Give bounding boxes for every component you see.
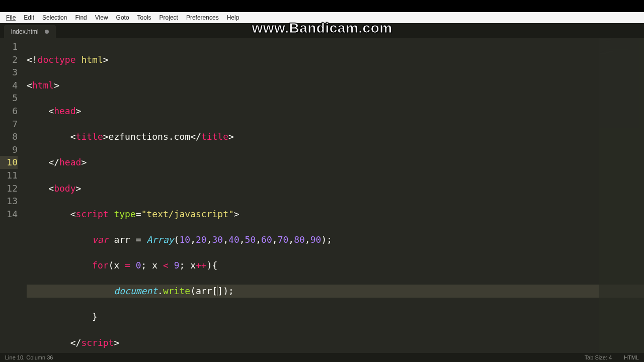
menu-goto[interactable]: Goto bbox=[112, 13, 133, 22]
line-number: 9 bbox=[0, 143, 18, 156]
tab-index-html[interactable]: index.html bbox=[4, 25, 56, 38]
menu-preferences[interactable]: Preferences bbox=[182, 13, 223, 22]
status-bar: Line 10, Column 36 Tab Size: 4 HTML bbox=[0, 353, 644, 362]
menu-tools[interactable]: Tools bbox=[133, 13, 155, 22]
line-number: 2 bbox=[0, 53, 18, 66]
tab-bar: index.html bbox=[0, 23, 644, 38]
code-area[interactable]: <!doctype html> <html> <head> <title>ezf… bbox=[23, 38, 644, 353]
menu-selection[interactable]: Selection bbox=[38, 13, 71, 22]
line-number: 14 bbox=[0, 208, 18, 221]
editor-window: File Edit Selection Find View Goto Tools… bbox=[0, 12, 644, 362]
line-gutter: 1 2 3 4 5 6 7 8 9 10 11 12 13 14 bbox=[0, 38, 23, 353]
line-number: 13 bbox=[0, 195, 18, 208]
line-number: 3 bbox=[0, 66, 18, 79]
minimap[interactable] bbox=[599, 38, 644, 353]
dirty-indicator-icon bbox=[45, 30, 49, 34]
line-number: 11 bbox=[0, 169, 18, 182]
line-number: 6 bbox=[0, 105, 18, 118]
menu-view[interactable]: View bbox=[91, 13, 112, 22]
tab-label: index.html bbox=[11, 28, 39, 35]
line-number: 4 bbox=[0, 79, 18, 92]
status-language[interactable]: HTML bbox=[624, 354, 639, 360]
line-number: 10 bbox=[0, 156, 18, 169]
menu-help[interactable]: Help bbox=[223, 13, 244, 22]
menu-bar: File Edit Selection Find View Goto Tools… bbox=[0, 12, 644, 23]
status-tabsize[interactable]: Tab Size: 4 bbox=[585, 354, 612, 360]
menu-edit[interactable]: Edit bbox=[20, 13, 38, 22]
line-number: 12 bbox=[0, 182, 18, 195]
line-number: 1 bbox=[0, 40, 18, 53]
line-number: 5 bbox=[0, 92, 18, 105]
line-number: 8 bbox=[0, 130, 18, 143]
menu-find[interactable]: Find bbox=[71, 13, 91, 22]
menu-project[interactable]: Project bbox=[155, 13, 182, 22]
editor-area: 1 2 3 4 5 6 7 8 9 10 11 12 13 14 <!docty… bbox=[0, 38, 644, 353]
status-position[interactable]: Line 10, Column 36 bbox=[5, 354, 53, 360]
menu-file[interactable]: File bbox=[2, 13, 20, 22]
line-number: 7 bbox=[0, 118, 18, 131]
